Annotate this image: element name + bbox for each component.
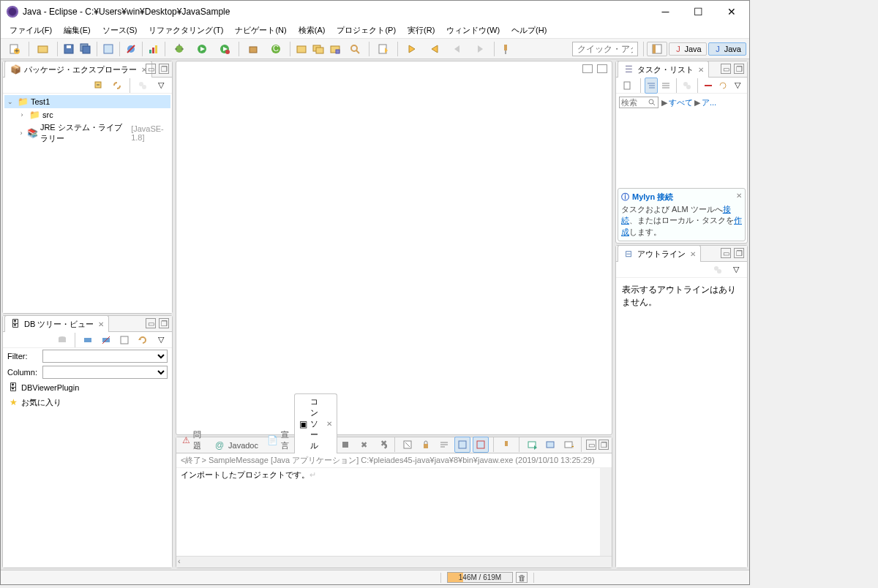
menu-navigate[interactable]: ナビゲート(N) [229,23,292,37]
task-list-body[interactable] [616,111,747,186]
db-connect-button[interactable] [80,332,96,348]
menu-search[interactable]: 検索(A) [293,23,331,37]
minimize-view-button[interactable]: ▭ [146,318,156,328]
open-task-button[interactable] [327,41,343,57]
new-class-button[interactable]: C [265,41,287,57]
new-button[interactable]: + [4,41,26,57]
skip-breakpoints-button[interactable] [123,41,139,57]
minimize-editor-button[interactable] [582,64,593,73]
outline-tab[interactable]: ⊟ アウトライン ✕ [618,245,701,262]
save-all-button[interactable] [78,41,94,57]
terminate-button[interactable] [337,437,353,453]
back-button[interactable] [446,41,468,57]
tree-favorites[interactable]: ★ お気に入り [3,395,172,410]
synchronize-button[interactable] [716,78,729,94]
maximize-view-button[interactable]: ❐ [159,64,169,74]
tree-jre[interactable]: › 📚 JRE システム・ライブラリー [JavaSE-1.8] [4,121,170,145]
db-disconnect-button[interactable] [98,332,114,348]
view-menu-button[interactable]: ▽ [153,78,169,94]
clear-console-button[interactable] [399,437,416,453]
quick-access-input[interactable] [572,42,638,56]
package-explorer-tab[interactable]: 📦 パッケージ・エクスプローラー ✕ [4,61,152,78]
new-task-button[interactable] [619,78,637,94]
tree-plugin[interactable]: 🗄 DBViewerPlugin [3,380,172,395]
scheduled-button[interactable] [659,78,672,94]
menu-source[interactable]: ソース(S) [97,23,143,37]
close-icon[interactable]: ✕ [690,250,696,258]
minimize-view-button[interactable]: ▭ [586,440,596,450]
minimize-button[interactable]: ─ [649,1,682,22]
console-tab[interactable]: ▣ コンソール ✕ [294,393,337,453]
prev-annotation-button[interactable] [424,41,446,57]
java-perspective-1[interactable]: JJava [669,42,707,56]
annotation-nav-button[interactable] [372,41,394,57]
menu-file[interactable]: ファイル(F) [4,23,58,37]
declaration-tab[interactable]: 📄 宣言 [263,427,294,453]
scrollbar[interactable] [600,468,612,556]
word-wrap-button[interactable] [436,437,452,453]
column-select[interactable] [42,366,168,379]
view-menu-button[interactable]: ▽ [728,262,744,278]
next-annotation-button[interactable] [401,41,423,57]
run-last-button[interactable] [214,41,236,57]
focus-button[interactable] [710,262,726,278]
pin-console-button[interactable] [498,437,514,453]
task-list-tab[interactable]: ☰ タスク・リスト ✕ [618,61,709,78]
heap-bar[interactable]: 146M / 619M [447,572,513,583]
minimize-view-button[interactable]: ▭ [146,64,156,74]
close-icon[interactable]: ✕ [698,66,704,74]
mylyn-close-button[interactable]: ✕ [736,192,742,200]
scroll-lock-button[interactable] [418,437,434,453]
open-type2-button[interactable] [310,41,326,57]
new-package-button[interactable] [242,41,264,57]
task-search-input[interactable] [619,97,658,108]
maximize-view-button[interactable]: ❐ [599,440,609,450]
focus-task-button[interactable] [135,78,151,94]
search-button[interactable] [344,41,366,57]
maximize-editor-button[interactable] [597,64,607,73]
menu-project[interactable]: プロジェクト(P) [331,23,402,37]
forward-button[interactable] [469,41,491,57]
open-perspective-button[interactable] [647,42,667,56]
console-output[interactable]: インポートしたプロジェクトです。↵ [176,468,600,549]
select-console-button[interactable] [542,437,558,453]
horizontal-scrollbar[interactable]: ‹ [176,556,612,568]
coverage-button[interactable] [146,41,162,57]
collapse-all-button[interactable] [91,78,107,94]
maximize-view-button[interactable]: ❐ [734,248,744,258]
pin-button[interactable] [498,41,514,57]
close-button[interactable]: ✕ [715,1,748,22]
remove-launch-button[interactable]: ✖ [356,437,372,453]
view-menu-button[interactable]: ▽ [731,78,744,94]
show-console-button[interactable] [454,437,470,453]
close-icon[interactable]: ✕ [98,320,104,328]
twisty-icon[interactable]: › [18,129,25,137]
java-perspective-2[interactable]: JJava [708,42,746,56]
db-sql-button[interactable] [116,332,132,348]
focus-workweek-button[interactable] [680,78,694,94]
hide-completed-button[interactable] [702,78,715,94]
db-add-button[interactable] [54,332,70,348]
display-console-button[interactable] [524,437,540,453]
run-button[interactable] [191,41,213,57]
maximize-view-button[interactable]: ❐ [159,318,169,328]
gc-button[interactable]: 🗑 [516,572,528,583]
filter-select[interactable] [42,350,168,363]
menu-window[interactable]: ウィンドウ(W) [440,23,506,37]
problems-tab[interactable]: ⚠ 問題 [178,427,209,453]
debug-button[interactable] [168,41,190,57]
menu-refactor[interactable]: リファクタリング(T) [143,23,229,37]
view-menu-button[interactable]: ▽ [153,332,169,348]
link-editor-button[interactable] [109,78,125,94]
db-tree-tab[interactable]: 🗄 DB ツリー・ビュー ✕ [4,315,109,332]
open-type-button[interactable] [293,41,309,57]
new-console-button[interactable]: + [560,437,577,453]
javadoc-tab[interactable]: @ Javadoc [209,437,263,453]
a-link[interactable]: ア... [702,97,716,108]
menu-edit[interactable]: 編集(E) [58,23,97,37]
maximize-view-button[interactable]: ❐ [734,64,744,74]
maximize-button[interactable]: ☐ [682,1,715,22]
categorized-button[interactable] [645,78,658,94]
twisty-icon[interactable]: › [18,111,26,118]
save-button[interactable] [61,41,77,57]
